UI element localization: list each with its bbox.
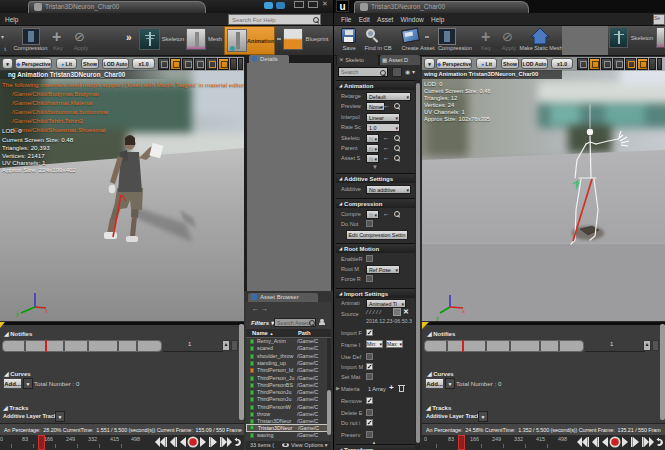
svg-text:x: x: [45, 308, 48, 314]
svg-text:y: y: [436, 315, 439, 321]
svg-text:x: x: [462, 308, 465, 314]
svg-text:y: y: [16, 311, 19, 317]
